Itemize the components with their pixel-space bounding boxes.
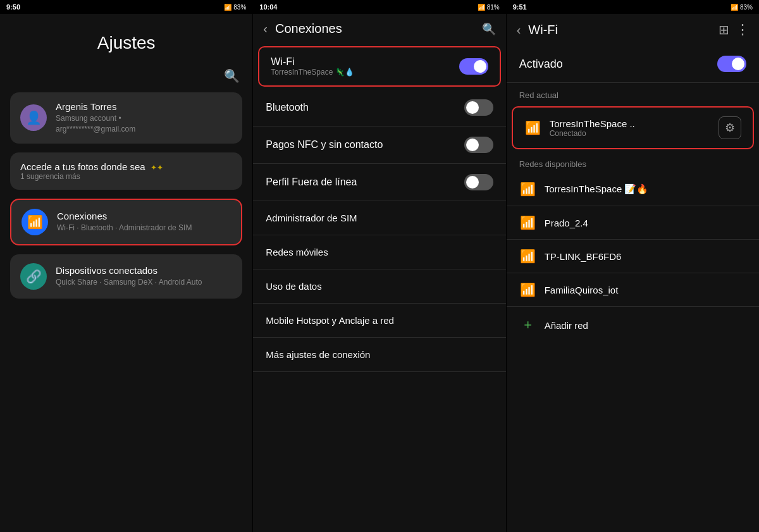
- dispositivos-subtitle: Quick Share · Samsung DeX · Android Auto: [56, 277, 232, 288]
- menu-redes[interactable]: Redes móviles: [253, 235, 505, 269]
- status-bar-2: 10:04 📶 81%: [253, 0, 505, 14]
- more-options-button[interactable]: ⋮: [736, 22, 749, 38]
- network-settings-gear[interactable]: ⚙: [719, 116, 741, 139]
- nfc-item[interactable]: Pagos NFC y sin contacto: [253, 127, 505, 164]
- wifi-nav-icons: ⊞ ⋮: [719, 22, 749, 38]
- suggestion-subtitle: 1 sugerencia más: [20, 172, 232, 181]
- menu-sim-label: Administrador de SIM: [266, 213, 493, 223]
- wifi-activated-toggle[interactable]: [717, 56, 746, 72]
- network-info-1: Prado_2.4: [545, 218, 746, 228]
- user-info: Argenis Torres Samsung account • arg****…: [56, 101, 232, 135]
- network-item-1[interactable]: 📶 Prado_2.4: [507, 206, 759, 240]
- network-name-1: Prado_2.4: [545, 218, 746, 228]
- conexiones-info: Conexiones Wi-Fi · Bluetooth · Administr…: [57, 211, 231, 233]
- dispositivos-title: Dispositivos conectados: [56, 265, 232, 276]
- wifi-item-highlighted[interactable]: Wi-Fi TorresInTheSpace 🦎💧: [258, 46, 500, 87]
- network-item-2[interactable]: 📶 TP-LINK_BF6FD6: [507, 240, 759, 273]
- nfc-label: Pagos NFC y sin contacto: [266, 139, 464, 151]
- wifi-connection-item[interactable]: Wi-Fi TorresInTheSpace 🦎💧: [259, 47, 499, 85]
- time-1: 9:50: [6, 3, 20, 11]
- current-network-status: Conectado: [550, 129, 711, 138]
- available-section: Redes disponibles: [507, 152, 759, 173]
- wifi-label-group: Wi-Fi TorresInTheSpace 🦎💧: [271, 56, 459, 77]
- conexiones-card[interactable]: 📶 Conexiones Wi-Fi · Bluetooth · Adminis…: [10, 199, 242, 245]
- user-avatar: 👤: [20, 104, 47, 131]
- conexiones-nav-header: ‹ Conexiones 🔍: [253, 14, 505, 44]
- suggestion-card[interactable]: Accede a tus fotos donde sea ✦✦ 1 sugere…: [10, 152, 242, 190]
- bluetooth-item[interactable]: Bluetooth: [253, 89, 505, 127]
- network-wifi-icon-0: 📶: [519, 182, 537, 197]
- back-button-2[interactable]: ‹: [263, 22, 268, 36]
- network-name-0: TorresInTheSpace 📝🔥: [545, 183, 746, 195]
- wifi-nav-title: Wi-Fi: [528, 23, 711, 37]
- wifi-nav-header: ‹ Wi-Fi ⊞ ⋮: [507, 14, 759, 46]
- menu-hotspot-label: Mobile Hotspot y Anclaje a red: [266, 315, 493, 326]
- add-network-row[interactable]: + Añadir red: [507, 307, 759, 343]
- time-2: 10:04: [259, 3, 277, 11]
- battery-2: 81%: [487, 4, 500, 11]
- perfil-toggle[interactable]: [464, 174, 493, 190]
- wifi-content: ‹ Wi-Fi ⊞ ⋮ Activado Red actual 📶 Torres…: [507, 14, 759, 532]
- battery-3: 83%: [740, 4, 753, 11]
- network-item-0[interactable]: 📶 TorresInTheSpace 📝🔥: [507, 173, 759, 206]
- conexiones-title: Conexiones: [57, 211, 231, 221]
- current-network-highlighted[interactable]: 📶 TorresInTheSpace .. Conectado ⚙: [512, 106, 754, 149]
- network-wifi-icon-3: 📶: [519, 282, 537, 297]
- panel-wifi: 9:51 📶 83% ‹ Wi-Fi ⊞ ⋮ Activado Red actu…: [506, 0, 759, 532]
- current-network-item[interactable]: 📶 TorresInTheSpace .. Conectado ⚙: [513, 108, 753, 148]
- network-info-3: FamiliaQuiros_iot: [545, 285, 746, 295]
- status-icons-1: 📶 83%: [224, 4, 246, 11]
- menu-hotspot[interactable]: Mobile Hotspot y Anclaje a red: [253, 304, 505, 338]
- qr-scan-button[interactable]: ⊞: [719, 22, 729, 37]
- search-icon-2[interactable]: 🔍: [482, 22, 496, 36]
- menu-redes-label: Redes móviles: [266, 247, 493, 257]
- dispositivos-card[interactable]: 🔗 Dispositivos conectados Quick Share · …: [10, 254, 242, 299]
- wifi-label: Wi-Fi: [271, 56, 459, 68]
- network-wifi-icon-2: 📶: [519, 249, 537, 264]
- network-info-0: TorresInTheSpace 📝🔥: [545, 183, 746, 195]
- dispositivos-info: Dispositivos conectados Quick Share · Sa…: [56, 265, 232, 288]
- bluetooth-toggle[interactable]: [464, 99, 493, 116]
- menu-datos[interactable]: Uso de datos: [253, 269, 505, 304]
- wifi-activated-label: Activado: [519, 58, 717, 71]
- user-account: Samsung account • arg*********@gmail.com: [56, 113, 232, 135]
- menu-mas-label: Más ajustes de conexión: [266, 349, 493, 360]
- conexiones-nav-title: Conexiones: [275, 22, 474, 36]
- add-network-icon: +: [519, 317, 537, 333]
- bluetooth-label: Bluetooth: [266, 102, 464, 113]
- signal-icon-1: 📶: [224, 4, 231, 11]
- current-network-section: Red actual: [507, 83, 759, 104]
- signal-icon-3: 📶: [731, 4, 738, 11]
- user-name: Argenis Torres: [56, 101, 232, 112]
- perfil-label: Perfil Fuera de línea: [266, 176, 464, 188]
- panel-conexiones: 10:04 📶 81% ‹ Conexiones 🔍 Wi-Fi TorresI…: [252, 0, 505, 532]
- wifi-activated-row[interactable]: Activado: [507, 46, 759, 83]
- network-info-2: TP-LINK_BF6FD6: [545, 251, 746, 262]
- conexiones-content: ‹ Conexiones 🔍 Wi-Fi TorresInTheSpace 🦎💧…: [253, 14, 505, 532]
- menu-datos-label: Uso de datos: [266, 281, 493, 292]
- add-network-label: Añadir red: [545, 320, 588, 331]
- wifi-toggle[interactable]: [459, 58, 488, 75]
- network-item-3[interactable]: 📶 FamiliaQuiros_iot: [507, 273, 759, 307]
- search-row: 🔍: [10, 68, 242, 84]
- signal-icon-2: 📶: [478, 4, 485, 11]
- user-card[interactable]: 👤 Argenis Torres Samsung account • arg**…: [10, 92, 242, 144]
- network-wifi-icon-1: 📶: [519, 215, 537, 230]
- wifi-icon: 📶: [22, 209, 48, 235]
- current-network-info: TorresInTheSpace .. Conectado: [550, 118, 711, 138]
- menu-sim[interactable]: Administrador de SIM: [253, 201, 505, 235]
- ajustes-content: Ajustes 🔍 👤 Argenis Torres Samsung accou…: [0, 14, 252, 532]
- status-bar-3: 9:51 📶 83%: [507, 0, 759, 14]
- ajustes-title: Ajustes: [10, 33, 242, 53]
- wifi-sublabel: TorresInTheSpace 🦎💧: [271, 68, 459, 77]
- menu-mas[interactable]: Más ajustes de conexión: [253, 338, 505, 372]
- current-network-name: TorresInTheSpace ..: [550, 118, 711, 129]
- status-icons-3: 📶 83%: [731, 4, 753, 11]
- conexiones-subtitle: Wi-Fi · Bluetooth · Administrador de SIM: [57, 223, 231, 233]
- search-button-1[interactable]: 🔍: [224, 68, 240, 84]
- network-name-2: TP-LINK_BF6FD6: [545, 251, 746, 262]
- time-3: 9:51: [513, 3, 527, 11]
- perfil-item[interactable]: Perfil Fuera de línea: [253, 164, 505, 201]
- nfc-toggle[interactable]: [464, 137, 493, 153]
- back-button-3[interactable]: ‹: [517, 23, 521, 37]
